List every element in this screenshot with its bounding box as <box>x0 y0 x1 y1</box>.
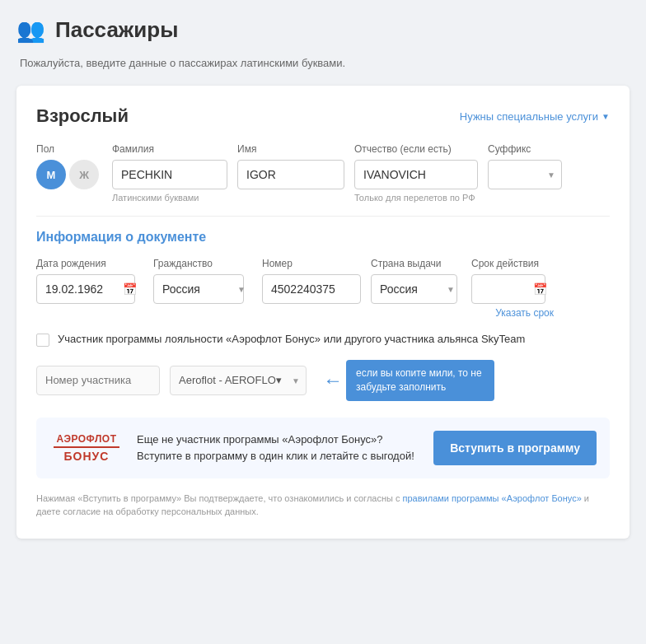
footer-note-text: Нажимая «Вступить в программу» Вы подтве… <box>36 493 403 503</box>
left-arrow-icon: ← <box>323 369 343 392</box>
aeroflot-select[interactable]: Aeroflot - AEROFLO▾ <box>170 366 307 395</box>
birth-date-calendar-icon[interactable]: 📅 <box>123 282 137 296</box>
issue-country-select[interactable]: Россия <box>371 274 457 304</box>
birth-date-label: Дата рождения <box>36 258 143 269</box>
last-name-input[interactable] <box>112 160 227 189</box>
aeroflot-logo-bottom: БОНУС <box>64 450 110 463</box>
doc-number-group: Номер <box>262 258 361 304</box>
birth-date-group: Дата рождения 📅 <box>36 258 143 304</box>
footer-note: Нажимая «Вступить в программу» Вы подтве… <box>36 492 610 519</box>
name-row: Пол М Ж Фамилия Латинскими буквами Имя О… <box>36 143 610 203</box>
validity-calendar-icon[interactable]: 📅 <box>533 282 547 296</box>
banner-text: Еще не участник программы «Аэрофлот Бону… <box>137 432 420 464</box>
birth-date-wrapper: 📅 <box>36 274 143 304</box>
footer-link[interactable]: правилами программы «Аэрофлот Бонус» <box>403 493 582 503</box>
loyalty-checkbox[interactable] <box>36 334 49 347</box>
validity-group: Срок действия 📅 Указать срок <box>471 258 554 319</box>
last-name-hint: Латинскими буквами <box>112 193 227 203</box>
aeroflot-select-wrapper: Aeroflot - AEROFLO▾ ▼ <box>170 366 307 395</box>
loyalty-label: Участник программы лояльности «Аэрофлот … <box>58 332 525 347</box>
doc-number-label: Номер <box>262 258 361 269</box>
middle-name-label: Отчество (если есть) <box>354 143 478 155</box>
aeroflot-logo-line <box>54 446 119 448</box>
card-header: Взрослый Нужны специальные услуги <box>36 105 610 127</box>
aeroflot-bonus-banner: АЭРОФЛОТ БОНУС Еще не участник программы… <box>36 418 610 478</box>
validity-label: Срок действия <box>471 258 554 269</box>
doc-number-input[interactable] <box>262 274 361 304</box>
last-name-group: Фамилия Латинскими буквами <box>112 143 227 203</box>
birth-date-input[interactable] <box>36 274 135 304</box>
issue-country-group: Страна выдачи Россия ▼ <box>371 258 461 304</box>
page-header: 👥 Пассажиры <box>16 16 630 44</box>
gender-male-button[interactable]: М <box>36 160 66 189</box>
suffix-label: Суффикс <box>488 143 562 155</box>
citizenship-select[interactable]: Россия <box>153 274 244 304</box>
indicate-deadline-link[interactable]: Указать срок <box>471 307 554 319</box>
loyalty-section: Участник программы лояльности «Аэрофлот … <box>36 332 610 401</box>
validity-date-wrapper: 📅 <box>471 274 554 304</box>
gender-buttons: М Ж <box>36 160 102 189</box>
member-number-input[interactable] <box>36 366 160 395</box>
passengers-icon: 👥 <box>16 16 45 44</box>
citizenship-label: Гражданство <box>153 258 252 269</box>
passenger-card: Взрослый Нужны специальные услуги Пол М … <box>16 86 630 539</box>
section-divider <box>36 216 610 217</box>
tooltip-box: если вы копите мили, то не забудьте запо… <box>346 360 494 401</box>
arrow-tooltip-wrapper: ← если вы копите мили, то не забудьте за… <box>316 360 494 401</box>
doc-section-title: Информация о документе <box>36 230 610 245</box>
middle-name-input[interactable] <box>354 160 478 189</box>
suffix-select[interactable] <box>488 160 562 189</box>
first-name-input[interactable] <box>237 160 344 189</box>
doc-row: Дата рождения 📅 Гражданство Россия ▼ Ном… <box>36 258 610 319</box>
page-subtitle: Пожалуйста, введите данные о пассажирах … <box>20 57 630 69</box>
loyalty-checkbox-row: Участник программы лояльности «Аэрофлот … <box>36 332 610 347</box>
loyalty-inputs-row: Aeroflot - AEROFLO▾ ▼ ← если вы копите м… <box>36 360 610 401</box>
card-title: Взрослый <box>36 105 129 127</box>
citizenship-select-wrapper: Россия ▼ <box>153 274 252 304</box>
aeroflot-logo-top: АЭРОФЛОТ <box>57 433 117 445</box>
gender-group: Пол М Ж <box>36 143 102 189</box>
issue-country-select-wrapper: Россия ▼ <box>371 274 461 304</box>
gender-label: Пол <box>36 143 102 155</box>
suffix-select-wrapper: ▼ <box>488 160 562 189</box>
page-title: Пассажиры <box>55 17 178 43</box>
suffix-group: Суффикс ▼ <box>488 143 562 189</box>
aeroflot-logo: АЭРОФЛОТ БОНУС <box>49 433 124 463</box>
first-name-label: Имя <box>237 143 344 155</box>
join-button[interactable]: Вступить в программу <box>433 431 597 465</box>
middle-name-hint: Только для перелетов по РФ <box>354 193 478 203</box>
citizenship-group: Гражданство Россия ▼ <box>153 258 252 304</box>
special-services-link[interactable]: Нужны специальные услуги <box>460 110 610 123</box>
gender-female-button[interactable]: Ж <box>69 160 99 189</box>
last-name-label: Фамилия <box>112 143 227 155</box>
issue-country-label: Страна выдачи <box>371 258 461 269</box>
first-name-group: Имя <box>237 143 344 189</box>
middle-name-group: Отчество (если есть) Только для перелето… <box>354 143 478 203</box>
